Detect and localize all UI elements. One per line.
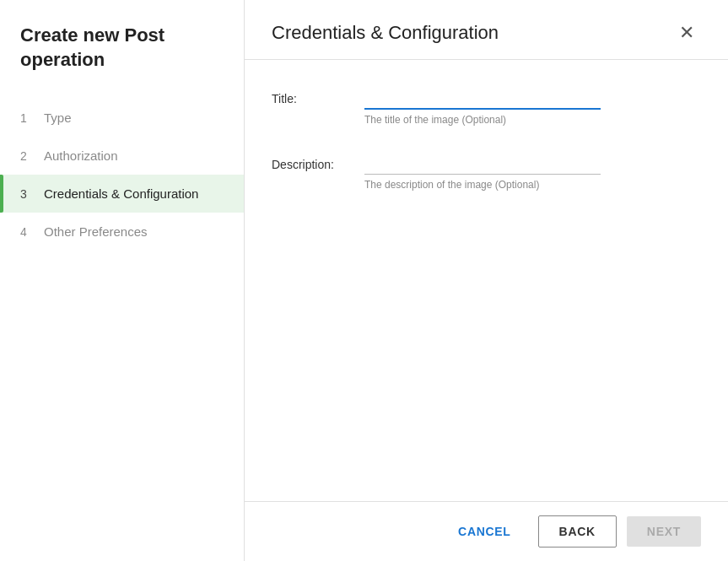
description-form-row: Description: The description of the imag…: [272, 153, 701, 191]
step-number-4: 4: [20, 225, 37, 239]
content-header: Credentials & Configuration ✕: [245, 0, 728, 60]
back-button[interactable]: BACK: [538, 515, 617, 548]
content-body: Title: The title of the image (Optional)…: [245, 60, 728, 501]
next-button[interactable]: NEXT: [627, 516, 701, 547]
sidebar-steps: 1 Type 2 Authorization 3 Credentials & C…: [0, 92, 244, 257]
title-label: Title:: [272, 87, 364, 105]
description-input[interactable]: [364, 153, 601, 175]
sidebar-title: Create new Post operation: [0, 0, 244, 92]
dialog: Create new Post operation 1 Type 2 Autho…: [0, 0, 728, 561]
step-label-authorization: Authorization: [44, 148, 118, 163]
content-footer: CANCEL BACK NEXT: [245, 501, 728, 561]
cancel-button[interactable]: CANCEL: [441, 516, 528, 547]
step-number-2: 2: [20, 149, 37, 163]
content-title: Credentials & Configuration: [272, 22, 499, 44]
step-label-preferences: Other Preferences: [44, 224, 148, 239]
step-label-credentials: Credentials & Configuration: [44, 186, 198, 201]
sidebar-step-credentials[interactable]: 3 Credentials & Configuration: [0, 175, 244, 213]
content-panel: Credentials & Configuration ✕ Title: The…: [245, 0, 728, 561]
title-input[interactable]: [364, 87, 601, 110]
title-form-row: Title: The title of the image (Optional): [272, 87, 701, 126]
step-number-1: 1: [20, 111, 37, 125]
step-number-3: 3: [20, 187, 37, 201]
title-field-container: The title of the image (Optional): [364, 87, 601, 126]
title-hint: The title of the image (Optional): [364, 114, 601, 126]
sidebar-step-preferences[interactable]: 4 Other Preferences: [0, 213, 244, 251]
sidebar: Create new Post operation 1 Type 2 Autho…: [0, 0, 245, 561]
sidebar-step-type[interactable]: 1 Type: [0, 99, 244, 137]
sidebar-step-authorization[interactable]: 2 Authorization: [0, 137, 244, 175]
description-field-container: The description of the image (Optional): [364, 153, 601, 191]
description-hint: The description of the image (Optional): [364, 179, 601, 191]
step-label-type: Type: [44, 111, 72, 125]
close-button[interactable]: ✕: [672, 20, 701, 46]
description-label: Description:: [272, 153, 364, 171]
